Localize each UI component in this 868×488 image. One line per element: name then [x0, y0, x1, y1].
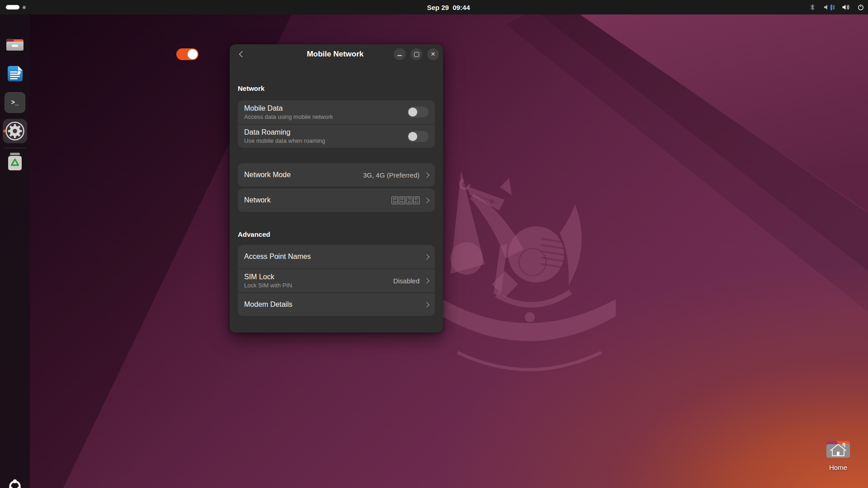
top-bar: Sep 29 09:44 [0, 0, 868, 14]
libreoffice-writer-icon [6, 65, 24, 83]
sim-lock-subtitle: Lock SIM with PIN [244, 282, 292, 289]
running-indicator-dot [3, 130, 6, 132]
section-label-advanced: Advanced [238, 231, 435, 238]
dock: >_ [0, 14, 30, 488]
chevron-right-icon [424, 197, 429, 203]
data-roaming-switch[interactable] [407, 131, 429, 142]
home-label: Home [824, 464, 853, 471]
advanced-group: Access Point Names SIM Lock Lock SIM wit… [238, 245, 435, 316]
data-roaming-row[interactable]: Data Roaming Use mobile data when roamin… [238, 124, 435, 148]
sim-lock-row[interactable]: SIM Lock Lock SIM with PIN Disabled [238, 268, 435, 292]
back-button[interactable] [237, 44, 248, 64]
ubuntu-logo-icon [7, 479, 23, 488]
sim-lock-value: Disabled [393, 277, 420, 285]
chevron-right-icon [424, 172, 429, 178]
network-operator-row[interactable]: Network 4E2D 56FD 7535 4FE1 [238, 188, 435, 212]
power-icon [857, 4, 864, 11]
audio-level-bar-dim [833, 5, 835, 9]
window-controls: × [394, 48, 439, 60]
minimize-button[interactable] [394, 48, 406, 60]
chevron-left-icon [239, 51, 245, 57]
modem-details-title: Modem Details [244, 300, 292, 309]
apn-title: Access Point Names [244, 252, 311, 261]
operator-name-missing-glyphs: 4E2D 56FD 7535 4FE1 [392, 197, 420, 204]
workspace-indicator[interactable] [6, 5, 26, 9]
home-folder-icon [825, 438, 851, 460]
mobile-network-master-switch[interactable] [176, 48, 198, 60]
network-operator-title: Network [244, 196, 271, 205]
headerbar: Mobile Network × [230, 44, 443, 64]
network-mode-row[interactable]: Network Mode 3G, 4G (Preferred) [238, 163, 435, 187]
audio-level-bar [830, 5, 832, 10]
chevron-right-icon [424, 278, 429, 284]
dock-item-files[interactable] [3, 33, 27, 57]
files-folder-icon [5, 37, 24, 52]
system-tray[interactable] [809, 0, 864, 14]
mobile-data-row[interactable]: Mobile Data Access data using mobile net… [238, 100, 435, 124]
settings-gear-icon [5, 121, 25, 141]
chevron-right-icon [424, 302, 429, 308]
switch-knob [408, 132, 417, 141]
workspace-inactive-dot [23, 6, 26, 9]
dock-item-terminal[interactable]: >_ [3, 90, 27, 115]
mobile-data-title: Mobile Data [244, 104, 333, 113]
trash-icon [6, 152, 24, 172]
terminal-icon: >_ [5, 92, 25, 113]
access-point-names-row[interactable]: Access Point Names [238, 245, 435, 268]
chevron-right-icon [424, 254, 429, 260]
modem-details-row[interactable]: Modem Details [238, 292, 435, 316]
mobile-data-switch[interactable] [407, 107, 429, 117]
window-title: Mobile Network [307, 44, 364, 64]
mobile-data-subtitle: Access data using mobile network [244, 113, 333, 121]
network-mode-group: Network Mode 3G, 4G (Preferred) [238, 163, 435, 187]
data-roaming-title: Data Roaming [244, 128, 325, 137]
bluetooth-icon [809, 4, 816, 11]
data-roaming-subtitle: Use mobile data when roaming [244, 137, 325, 145]
network-mode-value: 3G, 4G (Preferred) [363, 171, 420, 179]
switch-knob [408, 108, 417, 117]
close-button[interactable]: × [427, 48, 439, 60]
page-content: Network Mobile Data Access data using mo… [230, 85, 443, 316]
section-label-network: Network [238, 85, 435, 92]
audio-level-indicator-icon [823, 4, 835, 11]
close-icon: × [431, 50, 435, 58]
network-mode-title: Network Mode [244, 170, 291, 179]
network-toggles-group: Mobile Data Access data using mobile net… [238, 100, 435, 148]
maximize-icon [414, 52, 419, 57]
minimize-icon [397, 55, 402, 56]
switch-knob [188, 49, 198, 59]
maximize-button[interactable] [410, 48, 422, 60]
workspace-active-pill [6, 5, 19, 9]
desktop-home-icon[interactable]: Home [824, 438, 853, 471]
dock-item-trash[interactable] [3, 150, 27, 174]
sim-lock-title: SIM Lock [244, 272, 292, 282]
network-operator-group: Network 4E2D 56FD 7535 4FE1 [238, 188, 435, 212]
show-apps-button[interactable] [3, 474, 27, 488]
dock-item-writer[interactable] [3, 61, 27, 86]
mobile-network-window: Mobile Network × Network Mobile Data Acc… [230, 44, 443, 333]
volume-icon [842, 4, 850, 11]
dock-separator [4, 148, 26, 148]
dock-item-settings[interactable] [3, 119, 27, 143]
clock[interactable]: Sep 29 09:44 [427, 0, 470, 14]
